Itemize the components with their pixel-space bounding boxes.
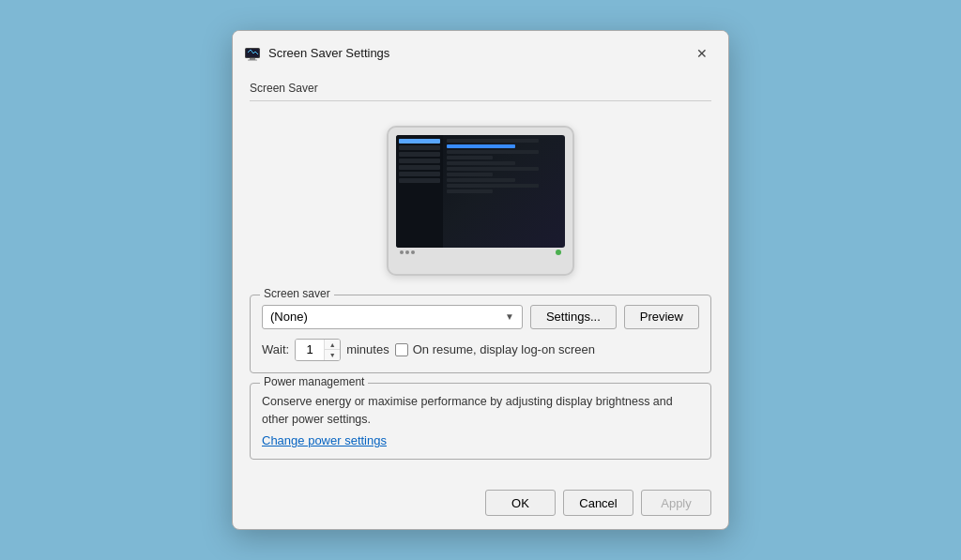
taskbar-dot	[405, 250, 409, 254]
power-description: Conserve energy or maximise performance …	[262, 393, 699, 429]
dialog-body: Screen Saver	[233, 74, 728, 483]
wait-spinner[interactable]: ▲ ▼	[295, 339, 341, 361]
wait-label: Wait:	[262, 342, 289, 356]
monitor-preview-container	[250, 111, 711, 295]
change-power-settings-link[interactable]: Change power settings	[262, 433, 387, 447]
screen-sidebar-item	[399, 152, 440, 157]
wait-value-input[interactable]	[296, 340, 324, 360]
section-label: Screen Saver	[250, 82, 711, 101]
resume-checkbox-label[interactable]: On resume, display log-on screen	[395, 342, 595, 356]
screen-main	[443, 135, 565, 248]
screen-sidebar-item	[399, 145, 440, 150]
svg-rect-3	[248, 59, 257, 60]
dialog-footer: OK Cancel Apply	[233, 482, 728, 529]
screen-row	[447, 184, 538, 188]
screen-row	[447, 156, 493, 159]
wait-row: Wait: ▲ ▼ minutes On resume, display log…	[262, 339, 699, 361]
screen-row	[447, 167, 538, 171]
app-icon	[244, 45, 261, 62]
screen-sidebar-item	[399, 172, 440, 176]
minutes-label: minutes	[346, 342, 389, 356]
monitor-screen	[396, 135, 565, 248]
screen-row	[447, 150, 538, 154]
spinner-arrows: ▲ ▼	[324, 340, 340, 360]
close-button[interactable]: ✕	[689, 40, 715, 67]
dialog-title: Screen Saver Settings	[268, 46, 389, 60]
screen-row	[447, 178, 515, 182]
spinner-down-arrow[interactable]: ▼	[325, 350, 340, 360]
power-legend: Power management	[260, 375, 368, 388]
resume-checkbox[interactable]	[395, 343, 408, 356]
title-bar-left: Screen Saver Settings	[244, 45, 389, 62]
screen-sidebar	[396, 135, 443, 248]
dropdown-arrow-icon: ▼	[505, 311, 514, 322]
screensaver-dropdown[interactable]: (None) ▼	[262, 305, 523, 329]
cancel-button[interactable]: Cancel	[563, 490, 633, 516]
screen-row	[447, 189, 493, 193]
screen-sidebar-item	[399, 165, 440, 170]
monitor-bottom-bar	[396, 248, 565, 255]
spinner-up-arrow[interactable]: ▲	[325, 340, 340, 351]
title-bar: Screen Saver Settings ✕	[233, 31, 728, 74]
screen-sidebar-item	[399, 178, 440, 183]
screensaver-legend: Screen saver	[260, 287, 334, 300]
taskbar-dots	[400, 250, 415, 254]
power-indicator	[556, 250, 561, 255]
taskbar-dot	[400, 250, 404, 254]
apply-button[interactable]: Apply	[641, 490, 711, 516]
power-group: Power management Conserve energy or maxi…	[250, 383, 711, 461]
screen-row	[447, 139, 538, 143]
screensaver-group: Screen saver (None) ▼ Settings... Previe…	[250, 295, 711, 373]
screen-row	[447, 161, 515, 165]
ok-button[interactable]: OK	[485, 490, 556, 516]
monitor-preview	[387, 126, 574, 276]
screen-content	[396, 135, 565, 248]
resume-label-text: On resume, display log-on screen	[413, 342, 595, 356]
screen-sidebar-item	[399, 139, 440, 144]
screen-row	[447, 173, 493, 176]
screen-sidebar-item	[399, 159, 440, 163]
dropdown-value: (None)	[270, 310, 308, 324]
screen-row	[447, 144, 515, 148]
screensaver-row: (None) ▼ Settings... Preview	[262, 305, 699, 329]
settings-button[interactable]: Settings...	[530, 305, 617, 329]
screen-saver-dialog: Screen Saver Settings ✕ Screen Saver	[232, 30, 729, 531]
preview-button[interactable]: Preview	[624, 305, 699, 329]
taskbar-dot	[411, 250, 415, 254]
